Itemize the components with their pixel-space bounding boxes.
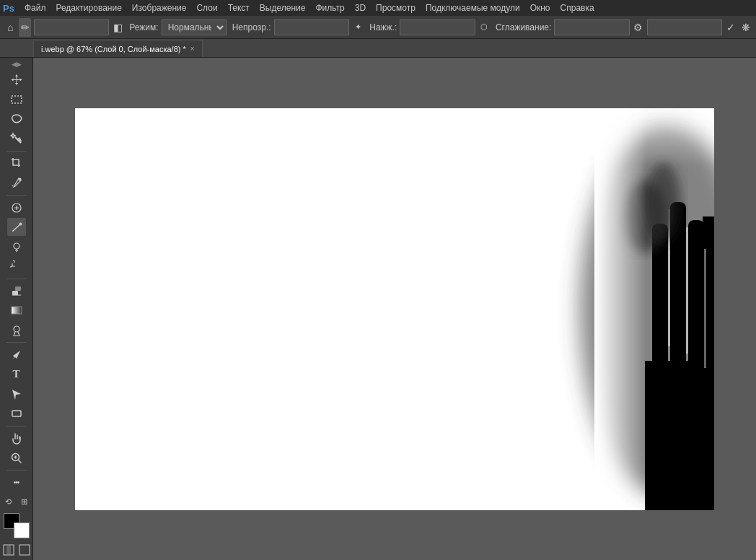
opacity-field[interactable]: 100% [274,19,349,35]
tab-title: i.webp @ 67% (Слой 0, Слой-маска/8) * [41,45,186,53]
gradient-tool[interactable] [7,302,26,320]
dodge-tool[interactable] [7,321,26,339]
svg-rect-26 [704,249,706,368]
svg-point-5 [14,243,19,249]
smoothing-label: Сглаживание: [496,22,551,32]
quick-mask-tool[interactable] [1,543,16,557]
crop-tool[interactable] [7,154,26,172]
tool-sep-6 [6,470,27,471]
extra-button[interactable]: ❋ [740,18,752,37]
background-color[interactable] [14,522,30,538]
menu-filter[interactable]: Фильтр [311,1,348,14]
brush-settings-button[interactable]: ◧ [112,18,123,37]
mode-label: Режим: [129,22,158,32]
main-area: ◀▶ [0,58,756,560]
tool-sep-1 [6,151,27,152]
menu-view[interactable]: Просмотр [372,1,420,14]
tabbar: i.webp @ 67% (Слой 0, Слой-маска/8) * × [0,39,756,58]
hand-tool[interactable] [7,429,26,447]
svg-rect-0 [12,96,22,103]
menu-window[interactable]: Окно [526,1,555,14]
svg-rect-6 [12,291,18,295]
menu-plugins[interactable]: Подключаемые модули [421,1,524,14]
magic-wand-tool[interactable] [7,130,26,148]
pressure-field[interactable]: 100% [400,19,475,35]
svg-rect-31 [594,108,714,253]
svg-rect-23 [706,245,714,372]
heal-tool[interactable] [7,198,26,216]
symmetry-button[interactable]: ✓ [725,18,737,37]
menu-help[interactable]: Справка [556,1,599,14]
clone-tool[interactable] [7,237,26,255]
ps-logo: Ps [3,3,14,14]
color-swatch-area [4,513,30,538]
screen-mode-tool[interactable] [17,543,32,557]
svg-rect-15 [19,545,30,555]
shape-tool[interactable] [7,405,26,423]
svg-rect-8 [12,307,22,314]
history-tool[interactable] [7,257,26,275]
marquee-tool[interactable] [7,90,26,108]
canvas-svg [75,108,714,510]
brush-size-field[interactable]: 114 [34,19,109,35]
more-tools[interactable]: ••• [7,473,26,491]
document-canvas [75,108,714,510]
pen-tool[interactable] [7,346,26,364]
menu-file[interactable]: Файл [20,1,50,14]
menu-3d[interactable]: 3D [351,1,370,14]
canvas-area[interactable] [33,58,756,560]
brush-tool[interactable] [7,218,26,236]
svg-rect-7 [15,286,21,291]
opacity-pressure-button[interactable]: ✦ [352,18,364,37]
menu-text[interactable]: Текст [224,1,254,14]
menu-image[interactable]: Изображение [128,1,191,14]
smoothing-input[interactable]: 0% [558,22,625,32]
menu-layers[interactable]: Слои [192,1,221,14]
pressure-input[interactable]: 100% [403,22,471,32]
extra-tool-2[interactable]: ⊞ [17,494,32,509]
svg-point-2 [19,178,21,180]
move-tool[interactable] [7,71,26,89]
path-select-tool[interactable] [7,385,26,403]
options-toolbar: ⌂ ✏ 114 ◧ Режим: Нормальный Непрозр.: 10… [0,16,756,39]
eraser-tool[interactable] [7,282,26,300]
svg-point-9 [14,326,19,332]
angle-input[interactable]: 0° [651,22,718,32]
tool-sep-4 [6,342,27,343]
eyedropper-tool[interactable] [7,174,26,192]
brush-size-input[interactable]: 114 [38,22,105,32]
opacity-label: Непрозр.: [232,22,271,32]
smoothing-settings-button[interactable]: ⚙ [633,18,644,37]
tab-close-button[interactable]: × [190,45,195,53]
brush-tool-icon[interactable]: ✏ [19,18,30,37]
menubar: Ps Файл Редактирование Изображение Слои … [0,0,756,16]
opacity-input[interactable]: 100% [278,22,346,32]
zoom-tool[interactable] [7,449,26,467]
tool-sep-2 [6,195,27,196]
tool-sep-3 [6,279,27,279]
mode-dropdown[interactable]: Нормальный [162,19,227,35]
type-tool[interactable]: T [7,365,26,383]
lasso-tool[interactable] [7,110,26,128]
document-tab[interactable]: i.webp @ 67% (Слой 0, Слой-маска/8) * × [33,40,203,57]
toolbar-arrow: ◀▶ [12,61,22,68]
menu-edit[interactable]: Редактирование [51,1,126,14]
svg-rect-10 [12,411,21,416]
svg-point-4 [19,222,22,225]
angle-field[interactable]: 0° [647,19,722,35]
extra-tool-1[interactable]: ⟲ [1,494,16,509]
menu-select[interactable]: Выделение [255,1,310,14]
svg-rect-14 [6,545,11,555]
left-toolbar: ◀▶ [0,58,33,560]
tool-sep-5 [6,426,27,426]
home-button[interactable]: ⌂ [4,18,16,37]
pressure-toggle-button[interactable]: ⬡ [478,18,490,37]
pressure-label: Нажж.: [369,22,397,32]
smoothing-field[interactable]: 0% [554,19,629,35]
